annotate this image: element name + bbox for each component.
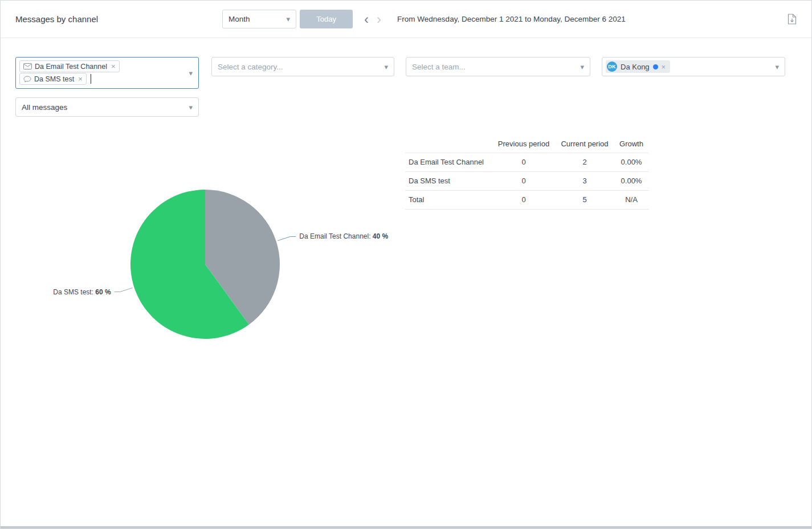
chevron-down-icon: ▾: [189, 104, 193, 111]
table-header-cell: [405, 136, 492, 153]
report-content: Da Email Test Channel: 40 %Da SMS test: …: [1, 129, 811, 346]
chevron-down-icon: ▾: [775, 63, 779, 71]
chevron-down-icon: ▾: [580, 63, 584, 71]
agent-chip[interactable]: DK Da Kong ×: [606, 60, 670, 73]
today-button[interactable]: Today: [300, 10, 353, 28]
date-range-label: From Wednesday, December 1 2021 to Monda…: [397, 15, 626, 23]
online-status-dot: [653, 64, 658, 69]
table-cell-value: 0: [492, 153, 556, 171]
team-filter[interactable]: Select a team... ▾: [406, 57, 590, 76]
agent-filter[interactable]: DK Da Kong × ▾: [602, 57, 785, 76]
table-cell-label: Da SMS test: [405, 171, 492, 190]
table-header-cell: Current period: [556, 136, 614, 153]
table-row: Da SMS test 0 3 0.00%: [405, 171, 649, 190]
pie-label-line: [278, 236, 296, 240]
pie-label-line: [115, 288, 133, 292]
table-cell-value: 0: [492, 190, 556, 209]
pie-slice-label: Da Email Test Channel: 40 %: [299, 232, 388, 240]
table-cell-value: 2: [556, 153, 614, 171]
page-title: Messages by channel: [15, 14, 98, 24]
prev-period-icon[interactable]: ‹: [364, 13, 369, 26]
period-selector-value: Month: [228, 15, 250, 23]
chevron-down-icon: ▾: [384, 63, 388, 71]
header: Messages by channel Month ▾ Today ‹ › Fr…: [1, 1, 811, 38]
close-icon[interactable]: ×: [662, 63, 666, 71]
avatar: DK: [607, 61, 617, 72]
message-type-value: All messages: [22, 103, 67, 112]
table-cell-value: N/A: [614, 190, 649, 209]
table-cell-value: 3: [556, 171, 614, 190]
chevron-down-icon: ▾: [189, 69, 193, 77]
chevron-down-icon: ▾: [287, 15, 291, 23]
pie-chart: Da Email Test Channel: 40 %Da SMS test: …: [14, 129, 413, 346]
team-placeholder: Select a team...: [412, 63, 466, 71]
messages-by-channel-page: Messages by channel Month ▾ Today ‹ › Fr…: [0, 0, 812, 529]
table-row-total: Total 0 5 N/A: [405, 190, 649, 209]
table-cell-value: 0.00%: [614, 153, 649, 171]
table-header-cell: Growth: [614, 136, 649, 153]
category-filter[interactable]: Select a category... ▾: [211, 57, 394, 76]
sms-icon: [23, 76, 31, 83]
table-cell-label: Total: [405, 190, 492, 209]
close-icon[interactable]: ×: [78, 75, 83, 83]
channel-filter[interactable]: Da Email Test Channel × Da SMS test × ▾: [15, 57, 199, 89]
pie-slice-label: Da SMS test: 60 %: [53, 288, 111, 296]
table-header-row: Previous period Current period Growth: [405, 136, 649, 153]
table-cell-value: 0.00%: [614, 171, 649, 190]
table-row: Da Email Test Channel 0 2 0.00%: [405, 153, 649, 171]
category-placeholder: Select a category...: [218, 63, 283, 71]
chip-label: Da SMS test: [34, 75, 74, 83]
summary-table: Previous period Current period Growth Da…: [405, 136, 649, 210]
table-cell-value: 0: [492, 171, 556, 190]
filters-bar: Da Email Test Channel × Da SMS test × ▾ …: [1, 38, 811, 129]
filter-chip-sms-channel[interactable]: Da SMS test ×: [19, 73, 87, 85]
text-caret: [91, 74, 91, 84]
email-icon: [23, 63, 32, 69]
close-icon[interactable]: ×: [111, 62, 116, 71]
table-cell-value: 5: [556, 190, 614, 209]
export-report-icon[interactable]: [787, 14, 797, 24]
period-selector[interactable]: Month ▾: [222, 10, 296, 28]
chip-label: Da Email Test Channel: [35, 63, 107, 71]
next-period-icon[interactable]: ›: [377, 13, 381, 26]
filter-chip-email-channel[interactable]: Da Email Test Channel ×: [19, 60, 120, 72]
table-cell-label: Da Email Test Channel: [405, 153, 492, 171]
message-type-filter[interactable]: All messages ▾: [15, 97, 199, 117]
table-header-cell: Previous period: [492, 136, 556, 153]
agent-chip-label: Da Kong: [621, 63, 650, 71]
